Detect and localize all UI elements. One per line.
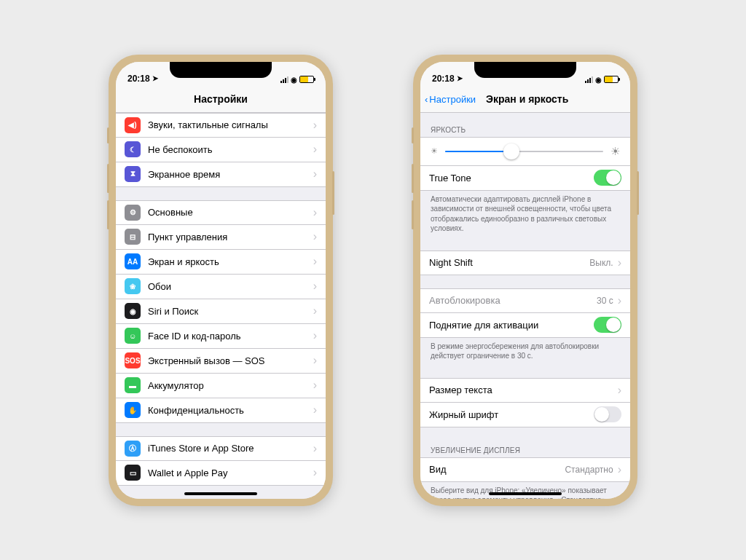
wifi-icon: ◉	[595, 76, 602, 84]
chevron-right-icon: ›	[313, 280, 317, 292]
sounds-icon: ◀)	[125, 117, 141, 133]
settings-row-label: Звуки, тактильные сигналы	[148, 119, 313, 130]
location-icon: ➤	[152, 74, 158, 82]
battery-icon: ▬	[125, 377, 141, 393]
textsize-cell[interactable]: Размер текста ›	[420, 378, 630, 403]
autolock-cell[interactable]: Автоблокировка 30 с ›	[420, 288, 630, 313]
settings-row[interactable]: ⚙Основные›	[116, 200, 326, 225]
settings-row[interactable]: ⧗Экранное время›	[116, 162, 326, 187]
nav-bar-settings: Настройки	[116, 87, 326, 113]
autolock-value: 30 с	[597, 296, 613, 306]
truetone-toggle[interactable]	[594, 170, 621, 186]
location-icon: ➤	[457, 74, 463, 82]
sun-small-icon: ☀	[431, 146, 438, 156]
chevron-right-icon: ›	[313, 168, 317, 180]
settings-row-label: Основные	[148, 207, 313, 218]
settings-row[interactable]: ▭Wallet и Apple Pay›	[116, 461, 326, 486]
chevron-right-icon: ›	[618, 295, 621, 307]
chevron-right-icon: ›	[313, 355, 317, 366]
truetone-footer: Автоматически адаптировать дисплей iPhon…	[420, 191, 630, 237]
settings-list[interactable]: ◀)Звуки, тактильные сигналы›☾Не беспокои…	[116, 113, 326, 499]
raise-toggle[interactable]	[594, 317, 621, 333]
raise-cell: Поднятие для активации	[420, 313, 630, 338]
view-value: Стандартно	[565, 465, 613, 475]
settings-row[interactable]: AAЭкран и яркость›	[116, 250, 326, 275]
settings-row-label: Face ID и код-пароль	[148, 331, 313, 342]
chevron-right-icon: ›	[313, 143, 317, 155]
zoom-header: УВЕЛИЧЕНИЕ ДИСПЛЕЯ	[420, 443, 630, 457]
status-time: 20:18	[432, 74, 455, 84]
autolock-footer: В режиме энергосбережения для автоблокир…	[420, 338, 630, 365]
chevron-right-icon: ›	[313, 443, 317, 454]
view-cell[interactable]: Вид Стандартно ›	[420, 457, 630, 482]
settings-row-label: Экстренный вызов — SOS	[148, 355, 313, 366]
settings-row[interactable]: ◉Siri и Поиск›	[116, 299, 326, 324]
settings-row[interactable]: ⒶiTunes Store и App Store›	[116, 436, 326, 461]
battery-icon	[604, 76, 619, 83]
chevron-right-icon: ›	[618, 464, 621, 476]
chevron-right-icon: ›	[313, 330, 317, 342]
brightness-header: ЯРКОСТЬ	[420, 123, 630, 137]
privacy-icon: ✋	[125, 402, 141, 418]
status-time: 20:18	[127, 74, 150, 84]
settings-row[interactable]: ◀)Звуки, тактильные сигналы›	[116, 113, 326, 138]
bold-toggle[interactable]	[594, 406, 621, 422]
back-button[interactable]: ‹ Настройки	[425, 94, 476, 105]
settings-row[interactable]: ✋Конфиденциальность›	[116, 398, 326, 423]
settings-row-label: Wallet и Apple Pay	[148, 468, 313, 478]
nightshift-label: Night Shift	[429, 257, 589, 268]
raise-label: Поднятие для активации	[429, 320, 594, 331]
general-icon: ⚙	[125, 205, 141, 221]
nav-bar-display: ‹ Настройки Экран и яркость	[420, 87, 630, 113]
nightshift-value: Выкл.	[589, 258, 613, 268]
settings-row-label: Экран и яркость	[148, 256, 313, 267]
wallet-icon: ▭	[125, 465, 141, 481]
controlcenter-icon: ⊟	[125, 229, 141, 245]
settings-row[interactable]: ☾Не беспокоить›	[116, 138, 326, 162]
signal-icon	[585, 76, 593, 83]
textsize-label: Размер текста	[429, 384, 618, 395]
view-label: Вид	[429, 464, 565, 475]
truetone-label: True Tone	[429, 173, 594, 184]
siri-icon: ◉	[125, 303, 141, 319]
sos-icon: SOS	[125, 352, 141, 368]
phone-left: 20:18 ➤ ◉ Настройки ◀)Звуки, тактильные …	[109, 55, 333, 506]
settings-row[interactable]: SOSЭкстренный вызов — SOS›	[116, 349, 326, 374]
home-indicator[interactable]	[489, 492, 562, 495]
home-indicator[interactable]	[184, 492, 257, 495]
settings-row-label: Конфиденциальность	[148, 405, 313, 416]
truetone-cell: True Tone	[420, 166, 630, 191]
settings-row-label: Аккумулятор	[148, 380, 313, 391]
sun-large-icon: ☀	[610, 145, 620, 158]
settings-row[interactable]: ☺Face ID и код-пароль›	[116, 324, 326, 349]
screentime-icon: ⧗	[125, 166, 141, 182]
bold-cell: Жирный шрифт	[420, 403, 630, 427]
settings-row-label: iTunes Store и App Store	[148, 443, 313, 454]
chevron-right-icon: ›	[313, 379, 317, 391]
settings-row[interactable]: ❀Обои›	[116, 275, 326, 299]
notch	[474, 62, 576, 78]
faceid-icon: ☺	[125, 328, 141, 344]
autolock-label: Автоблокировка	[429, 295, 597, 306]
settings-row-label: Siri и Поиск	[148, 306, 313, 317]
settings-row[interactable]: ⊟Пункт управления›	[116, 225, 326, 250]
chevron-right-icon: ›	[313, 231, 317, 242]
display-settings[interactable]: ЯРКОСТЬ ☀ ☀ True Tone Автоматически адап…	[420, 113, 630, 499]
signal-icon	[280, 76, 288, 83]
settings-row[interactable]: ▬Аккумулятор›	[116, 374, 326, 398]
brightness-slider[interactable]	[445, 151, 603, 152]
battery-icon	[299, 76, 314, 83]
chevron-right-icon: ›	[313, 467, 317, 478]
notch	[170, 62, 272, 78]
settings-row-label: Не беспокоить	[148, 144, 313, 155]
chevron-right-icon: ›	[313, 207, 317, 218]
display-icon: AA	[125, 253, 141, 269]
view-footer: Выберите вид для iPhone: «Увеличено» пок…	[420, 482, 630, 499]
brightness-slider-cell: ☀ ☀	[420, 137, 630, 166]
chevron-right-icon: ›	[313, 305, 317, 317]
chevron-right-icon: ›	[618, 384, 621, 396]
nightshift-cell[interactable]: Night Shift Выкл. ›	[420, 251, 630, 275]
bold-label: Жирный шрифт	[429, 409, 594, 420]
chevron-right-icon: ›	[313, 404, 317, 416]
page-title: Настройки	[194, 93, 248, 105]
